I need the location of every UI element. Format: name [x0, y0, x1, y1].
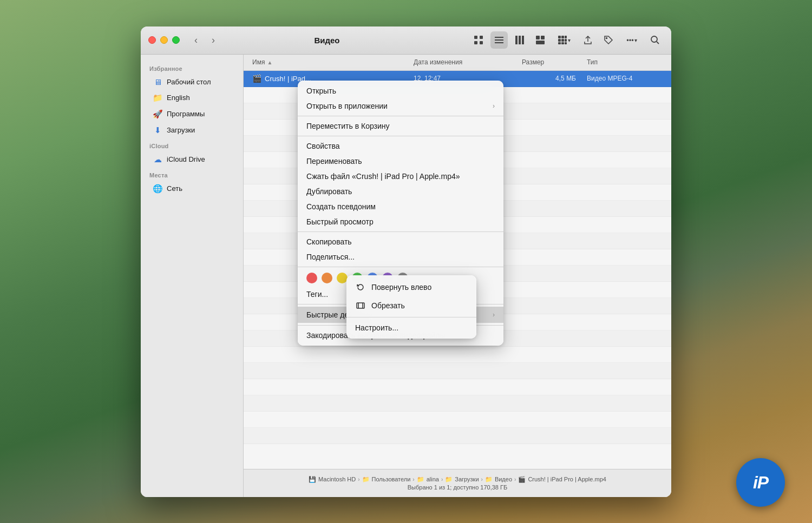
ctx-separator	[298, 231, 503, 232]
svg-rect-14	[561, 36, 564, 38]
svg-rect-6	[495, 42, 503, 43]
svg-rect-15	[565, 36, 567, 38]
sidebar-item-desktop[interactable]: 🖥 Рабочий стол	[144, 75, 240, 89]
table-row[interactable]	[244, 347, 671, 363]
svg-rect-8	[519, 36, 521, 44]
ctx-properties[interactable]: Свойства	[298, 138, 503, 154]
breadcrumb-label: Видео	[495, 476, 512, 482]
sidebar-label-programs: Программы	[167, 110, 205, 118]
svg-rect-10	[536, 41, 545, 44]
ctx-duplicate[interactable]: Дублировать	[298, 184, 503, 199]
more-button[interactable]: •••▾	[620, 31, 643, 49]
sidebar-item-network[interactable]: 🌐 Сеть	[144, 181, 240, 196]
ctx-move-to-trash[interactable]: Переместить в Корзину	[298, 118, 503, 134]
ctx-open-with[interactable]: Открыть в приложении ›	[298, 98, 503, 114]
ip-badge: iP	[736, 458, 785, 507]
col-header-type[interactable]: Тип	[587, 58, 663, 66]
title-bar: ‹ › Видео	[141, 27, 671, 55]
svg-rect-1	[480, 36, 483, 39]
sidebar-item-english[interactable]: 📁 English	[144, 90, 240, 105]
ctx-open[interactable]: Открыть	[298, 83, 503, 98]
breadcrumb: 💾 Macintosh HD › 📁 Пользователи › 📁 alin…	[309, 476, 606, 483]
table-row[interactable]	[244, 363, 671, 379]
sub-customize[interactable]: Настроить...	[346, 320, 476, 336]
breadcrumb-item[interactable]: 📁 Пользователи	[362, 476, 411, 483]
svg-rect-4	[495, 37, 503, 38]
breadcrumb-icon: 📁	[417, 476, 424, 483]
svg-rect-2	[474, 41, 477, 44]
tag-orange[interactable]	[322, 273, 332, 283]
downloads-icon: ⬇	[153, 125, 162, 135]
chevron-right-icon: ›	[493, 311, 495, 319]
table-row[interactable]	[244, 428, 671, 444]
ctx-quick-look[interactable]: Быстрый просмотр	[298, 214, 503, 229]
list-view-button[interactable]	[490, 31, 508, 49]
breadcrumb-item[interactable]: 📁 alina	[417, 476, 439, 483]
ctx-make-alias[interactable]: Создать псевдоним	[298, 199, 503, 214]
svg-line-24	[657, 42, 659, 44]
column-view-button[interactable]	[511, 31, 528, 49]
english-icon: 📁	[153, 93, 162, 103]
col-header-size[interactable]: Размер	[522, 58, 587, 66]
breadcrumb-item[interactable]: 📁 Загрузки	[445, 476, 479, 483]
breadcrumb-icon: 💾	[309, 476, 316, 483]
toolbar-right: ▾ •••▾	[470, 31, 664, 49]
breadcrumb-separator: ›	[441, 476, 443, 482]
breadcrumb-separator: ›	[514, 476, 516, 482]
apps-button[interactable]: ▾	[552, 31, 576, 49]
svg-rect-7	[515, 36, 518, 44]
table-row[interactable]	[244, 412, 671, 428]
table-row[interactable]	[244, 395, 671, 412]
breadcrumb-label: Загрузки	[455, 476, 479, 482]
trim-icon	[355, 300, 366, 311]
breadcrumb-icon: 📁	[445, 476, 453, 483]
svg-rect-16	[558, 39, 561, 42]
table-row[interactable]	[244, 379, 671, 395]
ctx-rename[interactable]: Переименовать	[298, 154, 503, 169]
breadcrumb-item[interactable]: 💾 Macintosh HD	[309, 476, 356, 483]
share-button[interactable]	[579, 31, 597, 49]
col-header-name[interactable]: Имя ▲	[252, 58, 414, 66]
sort-arrow: ▲	[267, 59, 272, 65]
sub-trim[interactable]: Обрезать	[346, 296, 476, 315]
sidebar-label-network: Сеть	[167, 184, 182, 193]
status-bar: 💾 Macintosh HD › 📁 Пользователи › 📁 alin…	[244, 469, 671, 497]
sidebar-item-icloud-drive[interactable]: ☁ iCloud Drive	[144, 152, 240, 167]
svg-rect-20	[561, 42, 564, 44]
ctx-compress[interactable]: Сжать файл «Crush! | iPad Pro | Apple.mp…	[298, 169, 503, 184]
breadcrumb-item[interactable]: 🎬 Crush! | iPad Pro | Apple.mp4	[518, 476, 606, 483]
file-icon: 🎬	[252, 74, 261, 83]
sidebar-label-icloud: iCloud Drive	[167, 155, 205, 163]
ctx-copy[interactable]: Скопировать	[298, 234, 503, 249]
svg-rect-19	[558, 42, 561, 44]
favorites-section-label: Избранное	[141, 61, 243, 74]
chevron-right-icon: ›	[493, 102, 495, 110]
gallery-view-button[interactable]	[532, 31, 549, 49]
search-button[interactable]	[646, 31, 664, 49]
sub-separator	[346, 317, 476, 317]
tag-yellow[interactable]	[337, 273, 348, 283]
tag-red[interactable]	[306, 273, 317, 283]
breadcrumb-separator: ›	[358, 476, 359, 482]
ctx-share[interactable]: Поделиться...	[298, 249, 503, 264]
col-header-date[interactable]: Дата изменения	[414, 58, 522, 66]
window-title: Видео	[184, 36, 470, 45]
minimize-button[interactable]	[160, 36, 168, 44]
close-button[interactable]	[148, 36, 156, 44]
breadcrumb-item[interactable]: 📁 Видео	[485, 476, 512, 483]
breadcrumb-icon: 📁	[362, 476, 370, 483]
submenu: Повернуть влево Обрезать Настроить...	[346, 275, 476, 339]
sidebar-item-downloads[interactable]: ⬇ Загрузки	[144, 123, 240, 138]
sidebar-item-programs[interactable]: 🚀 Программы	[144, 107, 240, 122]
ctx-separator	[298, 136, 503, 136]
maximize-button[interactable]	[172, 36, 180, 44]
svg-rect-25	[357, 303, 364, 308]
icon-view-button[interactable]	[470, 31, 487, 49]
sub-rotate-left[interactable]: Повернуть влево	[346, 278, 476, 296]
breadcrumb-label: Пользователи	[372, 476, 411, 482]
svg-point-22	[606, 38, 607, 39]
svg-rect-18	[565, 39, 567, 42]
finder-window: ‹ › Видео	[141, 27, 671, 497]
tag-button[interactable]	[600, 31, 617, 49]
ctx-separator	[298, 267, 503, 267]
